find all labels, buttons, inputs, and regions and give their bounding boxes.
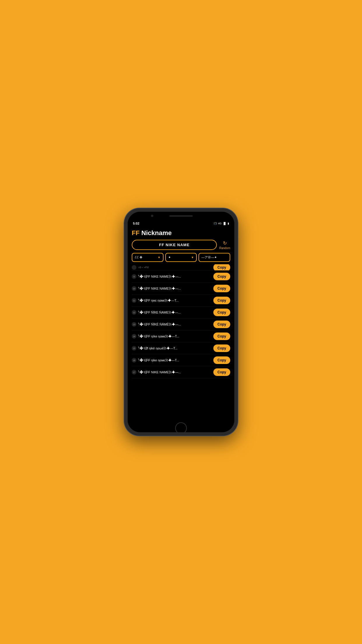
item-num-10: 10 xyxy=(132,286,136,291)
signal-icon: 4G xyxy=(218,222,222,225)
speaker-bar xyxy=(169,215,193,217)
home-indicator xyxy=(128,424,234,432)
item-text-15: ᰰᰰ✤꧁ff ηikē ηαωē꧂✦—Τ... xyxy=(138,346,212,350)
app-content: FF Nickname FF NIKE NAME ↻ Random ℰℰ ✤ ▼… xyxy=(128,227,234,424)
item-text-17: ᰰᰰ✤꧁FF NIKE NAME꧂✦—... xyxy=(138,370,212,374)
list-item: 11 ᰰᰰ✤꧁FF ηικε ηαмε꧂✦—Τ... Copy xyxy=(132,295,230,307)
item-text-10: ᰰᰰ✤꧁FF NIKE NAME꧂✦—... xyxy=(138,287,212,290)
item-num-13: 13 xyxy=(132,322,136,327)
dropdown-style1-label: ℰℰ ✤ xyxy=(135,256,142,259)
item-num-9: 9 xyxy=(132,274,136,279)
phone-top-bar xyxy=(128,212,234,220)
camera-dot xyxy=(151,215,153,217)
item-num-14: 14 xyxy=(132,334,136,339)
item-text: ᰬᱬ→ ↪ᰰᱬ xyxy=(138,266,212,269)
copy-button-15[interactable]: Copy xyxy=(213,344,230,352)
wifi-icon: ▐▌ xyxy=(223,222,226,225)
title-ff: FF xyxy=(132,229,140,237)
phone-device: 5:02 📳 4G ▐▌ ▮ FF Nickname FF NIKE NAME … xyxy=(124,208,238,436)
list-item-partial: ᰬᱬ→ ↪ᰰᱬ Copy xyxy=(132,264,230,271)
list-item: 10 ᰰᰰ✤꧁FF NIKE NAME꧂✦—... Copy xyxy=(132,283,230,295)
list-item: 12 ᰰᰰ✤꧁FF ŇĪКЕ ŇАМЕ꧂✦—... Copy xyxy=(132,307,230,318)
item-num xyxy=(132,265,136,270)
item-text-12: ᰰᰰ✤꧁FF ŇĪКЕ ŇАМЕ꧂✦—... xyxy=(138,311,212,314)
home-button[interactable] xyxy=(175,422,187,432)
vibrate-icon: 📳 xyxy=(214,222,217,225)
list-item: 13 ᰰᰰ✤꧁FF ŇĪKĚ ŇĀМĚ꧂✦—... Copy xyxy=(132,318,230,330)
list-item: 16 ᰰᰰ✤꧁FF ηike ηαмε꧂✦—Τ... Copy xyxy=(132,354,230,366)
battery-icon: ▮ xyxy=(228,222,229,225)
names-list: ᰬᱬ→ ↪ᰰᱬ Copy 9 ᰰᰰ✤꧁FF NIKE NAME꧂✦—... Co… xyxy=(132,264,230,424)
item-num-17: 17 xyxy=(132,370,136,374)
item-num-11: 11 xyxy=(132,298,136,303)
item-num-16: 16 xyxy=(132,358,136,363)
item-text-13: ᰰᰰ✤꧁FF ŇĪKĚ ŇĀМĚ꧂✦—... xyxy=(138,323,212,326)
search-row: FF NIKE NAME ↻ Random xyxy=(132,240,230,250)
dropdown-style2-label: ✦ xyxy=(168,256,171,259)
item-text-9: ᰰᰰ✤꧁FF NIKE NAME꧂✦—... xyxy=(138,275,212,278)
dropdown-style3-label: —ア卄—✦ xyxy=(201,255,217,260)
list-item: 15 ᰰᰰ✤꧁ff ηikē ηαωē꧂✦—Τ... Copy xyxy=(132,342,230,354)
list-item: 17 ᰰᰰ✤꧁FF NIKE NAME꧂✦—... Copy xyxy=(132,366,230,378)
random-button[interactable]: ↻ Random xyxy=(219,240,230,250)
status-bar: 5:02 📳 4G ▐▌ ▮ xyxy=(128,220,234,227)
item-num-15: 15 xyxy=(132,346,136,351)
list-item: 14 ᰰᰰ✤꧁FF ηíke ηαмε꧂✦—Τ... Copy xyxy=(132,330,230,342)
app-title: FF Nickname xyxy=(132,229,230,237)
random-label: Random xyxy=(219,246,230,250)
copy-button-10[interactable]: Copy xyxy=(213,285,230,292)
dropdown-style1[interactable]: ℰℰ ✤ ▼ xyxy=(132,253,164,262)
copy-button-13[interactable]: Copy xyxy=(213,321,230,328)
copy-button-17[interactable]: Copy xyxy=(213,368,230,376)
random-icon: ↻ xyxy=(223,240,227,246)
copy-button-9[interactable]: Copy xyxy=(213,273,230,280)
item-text-16: ᰰᰰ✤꧁FF ηike ηαмε꧂✦—Τ... xyxy=(138,358,212,362)
dropdown-style2[interactable]: ✦ ▼ xyxy=(165,253,197,262)
item-text-14: ᰰᰰ✤꧁FF ηíke ηαмε꧂✦—Τ... xyxy=(138,335,212,338)
chevron-down-icon: ▼ xyxy=(191,256,194,259)
list-item: 9 ᰰᰰ✤꧁FF NIKE NAME꧂✦—... Copy xyxy=(132,271,230,283)
copy-button-12[interactable]: Copy xyxy=(213,309,230,316)
dropdown-row: ℰℰ ✤ ▼ ✦ ▼ —ア卄—✦ xyxy=(132,253,230,262)
status-icons: 📳 4G ▐▌ ▮ xyxy=(214,222,229,225)
dropdown-style3[interactable]: —ア卄—✦ xyxy=(198,253,230,262)
search-input[interactable]: FF NIKE NAME xyxy=(132,240,217,250)
phone-screen: 5:02 📳 4G ▐▌ ▮ FF Nickname FF NIKE NAME … xyxy=(128,212,234,432)
copy-button-14[interactable]: Copy xyxy=(213,332,230,340)
copy-button-11[interactable]: Copy xyxy=(213,297,230,304)
item-text-11: ᰰᰰ✤꧁FF ηικε ηαмε꧂✦—Τ... xyxy=(138,299,212,302)
copy-button-16[interactable]: Copy xyxy=(213,356,230,364)
title-rest: Nickname xyxy=(140,229,172,237)
copy-button[interactable]: Copy xyxy=(213,264,230,271)
status-time: 5:02 xyxy=(133,222,139,225)
chevron-down-icon: ▼ xyxy=(158,256,161,259)
item-num-12: 12 xyxy=(132,310,136,315)
